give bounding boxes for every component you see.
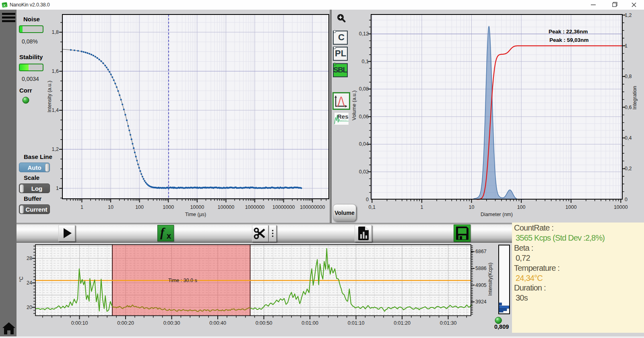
svg-text:3924: 3924 bbox=[475, 299, 487, 305]
svg-text:6867: 6867 bbox=[475, 249, 487, 254]
svg-text:0:01:20: 0:01:20 bbox=[394, 320, 411, 326]
svg-text:20: 20 bbox=[27, 305, 32, 310]
svg-text:5886: 5886 bbox=[475, 266, 487, 271]
svg-text:0:01:30: 0:01:30 bbox=[440, 320, 457, 326]
svg-text:Time : 30.0 s: Time : 30.0 s bbox=[168, 278, 197, 283]
svg-text:0:00:10: 0:00:10 bbox=[71, 320, 88, 326]
svg-text:Intensity(Kcps): Intensity(Kcps) bbox=[487, 263, 493, 296]
svg-text:0:00:20: 0:00:20 bbox=[117, 320, 134, 326]
svg-text:0:00:30: 0:00:30 bbox=[163, 320, 180, 326]
svg-text:0:00:50: 0:00:50 bbox=[256, 320, 272, 326]
svg-text:0:00:40: 0:00:40 bbox=[209, 320, 226, 326]
svg-text:4905: 4905 bbox=[475, 282, 487, 288]
svg-text:°C: °C bbox=[19, 276, 24, 282]
svg-text:24: 24 bbox=[27, 280, 32, 286]
svg-text:28: 28 bbox=[27, 256, 32, 261]
svg-text:0:01:10: 0:01:10 bbox=[348, 320, 365, 326]
svg-text:0:01:00: 0:01:00 bbox=[301, 320, 318, 326]
